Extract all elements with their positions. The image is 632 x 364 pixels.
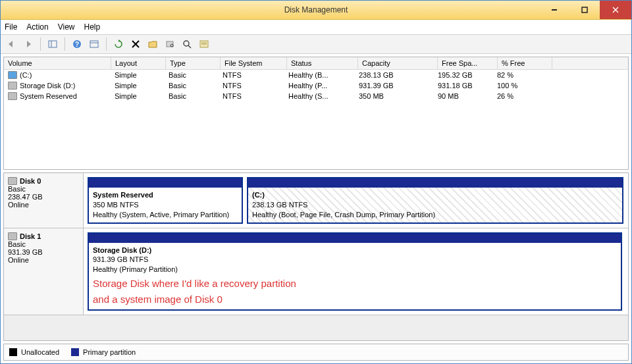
user-annotation: Storage Disk where I'd like a recovery p… <box>93 277 617 290</box>
partition[interactable]: (C:)238.13 GB NTFSHealthy (Boot, Page Fi… <box>247 177 623 224</box>
partition-size: 238.13 GB NTFS <box>252 200 618 210</box>
disk-row: Disk 0Basic238.47 GBOnlineSystem Reserve… <box>4 173 628 228</box>
disk-icon <box>8 177 17 185</box>
table-row[interactable]: Storage Disk (D:)SimpleBasicNTFSHealthy … <box>4 80 628 91</box>
partition[interactable]: Storage Disk (D:)931.39 GB NTFSHealthy (… <box>88 232 622 311</box>
menu-action[interactable]: Action <box>26 22 48 32</box>
volume-name: System Reserved <box>20 92 77 100</box>
volume-pct: 26 % <box>493 91 547 101</box>
rescan-button[interactable] <box>179 36 195 52</box>
disk-state: Online <box>8 201 79 209</box>
volume-fs: NTFS <box>219 91 284 101</box>
show-hide-tree-button[interactable] <box>45 36 61 52</box>
volume-status: Healthy (S... <box>284 91 355 101</box>
col-capacity[interactable]: Capacity <box>358 57 438 69</box>
explore-button[interactable] <box>145 36 161 52</box>
menu-bar: File Action View Help <box>1 20 631 35</box>
svg-line-15 <box>188 45 191 48</box>
volume-capacity: 350 MB <box>355 91 434 101</box>
partition-status: Healthy (Primary Partition) <box>93 265 617 274</box>
disk-row: Disk 1Basic931.39 GBOnlineStorage Disk (… <box>4 228 628 315</box>
legend-label-primary: Primary partition <box>83 348 136 356</box>
partition-name: System Reserved <box>93 190 238 200</box>
help-button[interactable]: ? <box>69 36 85 52</box>
col-filesystem[interactable]: File System <box>221 57 287 69</box>
disk-size: 931.39 GB <box>8 248 79 256</box>
menu-file[interactable]: File <box>5 22 17 32</box>
volume-capacity: 238.13 GB <box>355 70 434 80</box>
disk-size: 238.47 GB <box>8 193 79 201</box>
table-row[interactable]: System ReservedSimpleBasicNTFSHealthy (S… <box>4 91 628 101</box>
table-row[interactable]: (C:)SimpleBasicNTFSHealthy (B...238.13 G… <box>4 70 628 80</box>
disk-icon <box>8 232 17 240</box>
volume-pct: 100 % <box>493 80 547 91</box>
col-status[interactable]: Status <box>287 57 358 69</box>
window-title: Disk Management <box>1 5 631 14</box>
partition[interactable]: System Reserved350 MB NTFSHealthy (Syste… <box>88 177 243 224</box>
volume-status: Healthy (P... <box>284 80 355 91</box>
volume-list-header: Volume Layout Type File System Status Ca… <box>4 57 628 70</box>
toolbar-separator <box>65 38 65 51</box>
volume-type: Basic <box>165 80 219 91</box>
volume-free: 90 MB <box>434 91 493 101</box>
partition-stripe <box>89 178 242 188</box>
menu-help[interactable]: Help <box>84 22 101 32</box>
volume-fs: NTFS <box>219 70 284 80</box>
delete-button[interactable] <box>128 36 144 52</box>
svg-rect-4 <box>49 41 57 47</box>
col-volume[interactable]: Volume <box>4 57 111 69</box>
menu-view[interactable]: View <box>58 22 75 32</box>
volume-status: Healthy (B... <box>284 70 355 80</box>
drive-icon <box>8 71 17 79</box>
svg-text:?: ? <box>75 41 79 48</box>
legend-swatch-unallocated <box>9 348 17 356</box>
properties-button[interactable] <box>86 36 102 52</box>
volume-capacity: 931.39 GB <box>355 80 434 91</box>
drive-icon <box>8 92 17 100</box>
partition-stripe <box>248 178 622 188</box>
col-type[interactable]: Type <box>166 57 221 69</box>
disk-name: Disk 0 <box>20 177 41 185</box>
settings-button[interactable] <box>162 36 178 52</box>
disk-info[interactable]: Disk 0Basic238.47 GBOnline <box>4 173 84 228</box>
disk-type: Basic <box>8 185 79 193</box>
volume-type: Basic <box>165 70 219 80</box>
content-area: Volume Layout Type File System Status Ca… <box>1 54 631 363</box>
disk-management-window: Disk Management File Action View Help ? … <box>0 0 632 364</box>
back-button[interactable] <box>3 36 19 52</box>
partition-name: (C:) <box>252 190 618 200</box>
volume-list[interactable]: Volume Layout Type File System Status Ca… <box>3 57 629 170</box>
legend-label-unallocated: Unallocated <box>21 348 59 356</box>
user-annotation: and a system image of Disk 0 <box>93 293 617 306</box>
refresh-button[interactable] <box>111 36 126 52</box>
partition-size: 350 MB NTFS <box>93 200 238 210</box>
disk-graphical-view[interactable]: Disk 0Basic238.47 GBOnlineSystem Reserve… <box>3 172 629 341</box>
drive-icon <box>8 82 17 90</box>
col-pctfree[interactable]: % Free <box>498 57 552 69</box>
disk-type: Basic <box>8 240 79 248</box>
volume-fs: NTFS <box>219 80 284 91</box>
volume-pct: 82 % <box>493 70 547 80</box>
volume-type: Basic <box>165 91 219 101</box>
volume-layout: Simple <box>111 70 165 80</box>
svg-rect-8 <box>90 41 98 47</box>
partition-status: Healthy (Boot, Page File, Crash Dump, Pr… <box>252 210 618 220</box>
volume-list-body: (C:)SimpleBasicNTFSHealthy (B...238.13 G… <box>4 70 628 169</box>
col-freespace[interactable]: Free Spa... <box>438 57 498 69</box>
volume-name: Storage Disk (D:) <box>20 82 75 90</box>
volume-free: 195.32 GB <box>434 70 493 80</box>
disk-name: Disk 1 <box>20 232 41 240</box>
col-layout[interactable]: Layout <box>111 57 166 69</box>
volume-layout: Simple <box>111 80 165 91</box>
toolbar-separator <box>40 38 41 51</box>
volume-name: (C:) <box>20 71 32 79</box>
legend: Unallocated Primary partition <box>3 344 629 361</box>
disk-state: Online <box>8 256 79 264</box>
titlebar[interactable]: Disk Management <box>1 1 631 20</box>
forward-button[interactable] <box>20 36 36 52</box>
partition-name: Storage Disk (D:) <box>93 246 617 255</box>
svg-point-14 <box>184 41 189 46</box>
partition-stripe <box>89 234 621 243</box>
action-list-button[interactable] <box>196 36 212 52</box>
disk-info[interactable]: Disk 1Basic931.39 GBOnline <box>4 228 84 315</box>
